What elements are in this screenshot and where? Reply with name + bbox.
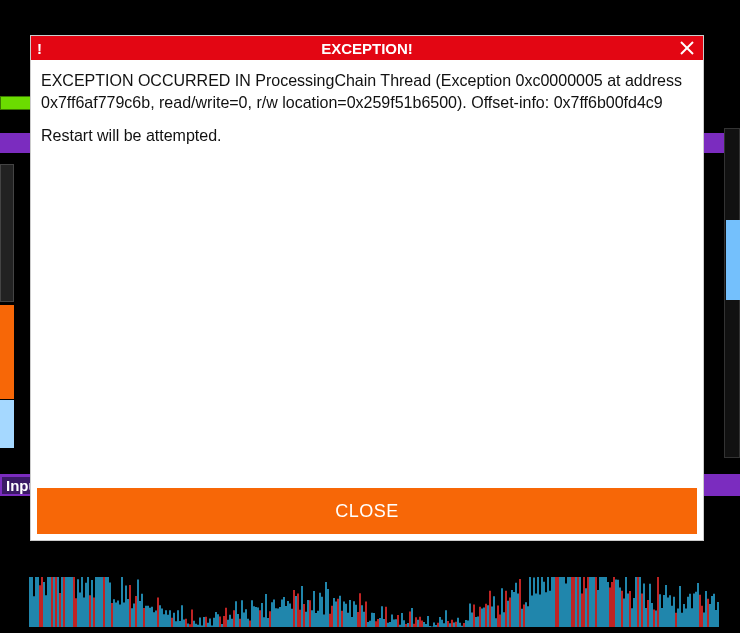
dialog-footer: CLOSE: [31, 482, 703, 540]
dialog-title: EXCEPTION!: [31, 40, 703, 57]
close-button[interactable]: CLOSE: [37, 488, 697, 534]
exception-message: EXCEPTION OCCURRED IN ProcessingChain Th…: [41, 70, 693, 113]
dialog-titlebar: ! EXCEPTION!: [31, 36, 703, 60]
bg-indicator: [0, 96, 32, 110]
exception-dialog: ! EXCEPTION! EXCEPTION OCCURRED IN Proce…: [31, 36, 703, 540]
waveform-display: [0, 569, 740, 627]
bg-right-blue: [726, 220, 740, 300]
dialog-body: EXCEPTION OCCURRED IN ProcessingChain Th…: [31, 60, 703, 482]
bg-panel-orange: [0, 305, 14, 399]
close-icon[interactable]: [675, 36, 699, 60]
restart-message: Restart will be attempted.: [41, 125, 693, 147]
bg-panel-lightblue: [0, 400, 14, 448]
title-bang: !: [31, 40, 42, 57]
bg-panel-dark: [0, 164, 14, 302]
